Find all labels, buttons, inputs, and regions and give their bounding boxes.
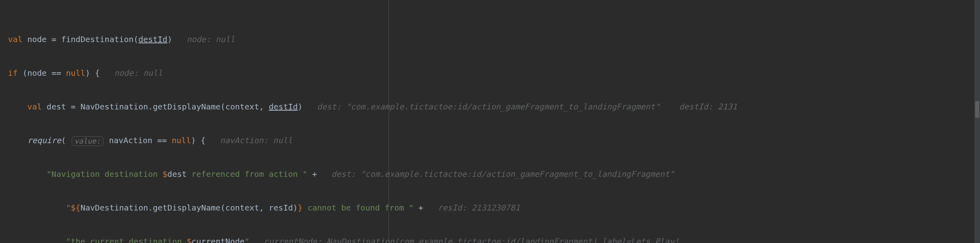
op: == xyxy=(157,136,167,145)
rparen: ) xyxy=(191,136,196,145)
op: == xyxy=(51,68,61,78)
inline-hint: dest: "com.example.tictactoe:id/action_g… xyxy=(332,169,674,179)
dot: . xyxy=(148,102,153,111)
code-line[interactable]: val node = findDestination(destId) node:… xyxy=(0,34,980,45)
variable: node xyxy=(27,34,47,44)
function-call: findDestination xyxy=(61,34,134,44)
function-call: require xyxy=(27,136,61,145)
string-literal: "the current destination xyxy=(66,237,187,243)
vertical-scrollbar[interactable] xyxy=(974,0,980,243)
code-line[interactable]: "the current destination $currentNode" c… xyxy=(0,236,980,243)
string-literal: " xyxy=(66,203,71,213)
argument: destId xyxy=(138,34,167,44)
code-line[interactable]: val dest = NavDestination.getDisplayName… xyxy=(0,101,980,112)
brace: { xyxy=(200,136,205,145)
keyword-val: val xyxy=(27,102,42,111)
keyword-null: null xyxy=(172,136,191,145)
argument: context xyxy=(225,203,259,213)
scrollbar-thumb[interactable] xyxy=(975,101,979,118)
string-literal: cannot be found from " xyxy=(303,203,414,213)
rparen: ) xyxy=(167,34,172,44)
code-line[interactable]: "Navigation destination $dest referenced… xyxy=(0,168,980,180)
keyword-null: null xyxy=(66,68,85,78)
variable: dest xyxy=(47,102,66,111)
rparen: ) xyxy=(298,102,303,111)
rparen: ) xyxy=(293,203,298,213)
comma: , xyxy=(259,102,264,111)
lparen: ( xyxy=(22,68,27,78)
comma: , xyxy=(259,203,264,213)
rparen: ) xyxy=(85,68,90,78)
function-call: getDisplayName xyxy=(153,102,221,111)
code-line[interactable]: "${NavDestination.getDisplayName(context… xyxy=(0,202,980,213)
dot: . xyxy=(148,203,153,213)
inline-hint: node: null xyxy=(114,68,162,78)
string-template: ${ xyxy=(71,203,81,213)
function-call: getDisplayName xyxy=(153,203,221,213)
variable: node xyxy=(27,68,47,78)
lparen: ( xyxy=(61,136,66,145)
op: = xyxy=(51,34,56,44)
lparen: ( xyxy=(134,34,138,44)
template-var: dest xyxy=(167,169,186,179)
inline-hint: destId: 2131 xyxy=(679,102,737,111)
code-editor[interactable]: val node = findDestination(destId) node:… xyxy=(0,0,980,243)
lparen: ( xyxy=(221,203,225,213)
variable: navAction xyxy=(109,136,152,145)
op: = xyxy=(71,102,76,111)
string-literal: " xyxy=(245,237,249,243)
code-line[interactable]: require( value: navAction == null) { nav… xyxy=(0,135,980,146)
inline-hint: dest: "com.example.tictactoe:id/action_g… xyxy=(317,102,660,111)
op-plus: + xyxy=(312,169,317,179)
brace: { xyxy=(95,68,100,78)
argument: context xyxy=(225,102,259,111)
param-hint-pill: value: xyxy=(72,136,103,146)
inline-hint: navAction: null xyxy=(220,136,293,145)
op-plus: + xyxy=(419,203,423,213)
class-ref: NavDestination xyxy=(81,203,148,213)
code-line[interactable]: if (node == null) { node: null xyxy=(0,67,980,79)
string-literal: referenced from action " xyxy=(187,169,308,179)
string-literal: "Navigation destination xyxy=(47,169,162,179)
inline-hint: resId: 2131230781 xyxy=(438,203,520,213)
keyword-val: val xyxy=(8,34,22,44)
lparen: ( xyxy=(221,102,225,111)
template-var: currentNode xyxy=(192,237,245,243)
argument: resId xyxy=(269,203,293,213)
keyword-if: if xyxy=(8,68,18,78)
string-template: $ xyxy=(162,169,167,179)
string-template: } xyxy=(298,203,303,213)
argument: destId xyxy=(269,102,298,111)
inline-hint: node: null xyxy=(187,34,235,44)
class-ref: NavDestination xyxy=(81,102,148,111)
inline-hint: currentNode: NavDestination(com.example.… xyxy=(264,237,679,243)
string-template: $ xyxy=(187,237,192,243)
